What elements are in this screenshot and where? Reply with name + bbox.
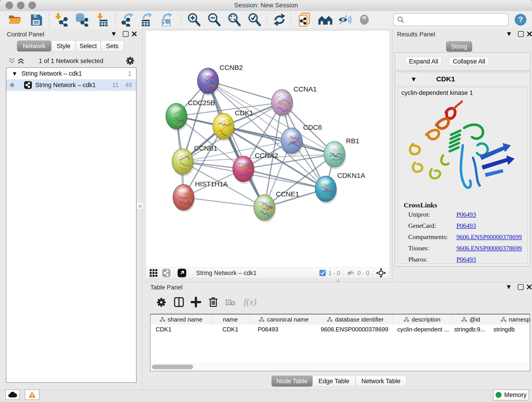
table-cell[interactable]: P06493 [249, 325, 318, 334]
apply-layout-button[interactable] [271, 13, 288, 27]
detach-view-button[interactable] [177, 268, 186, 278]
node-CCNB2[interactable]: CCNB2 [197, 64, 243, 96]
table-options-gear-icon[interactable] [156, 297, 166, 307]
protein-description: cyclin-dependent kinase 1 [401, 89, 473, 96]
network-canvas[interactable]: CCNB2CCNA1CDC25BCDK1CDC6RB1CCNB1CCNA2CDK… [146, 31, 390, 268]
node-HIST1H1A[interactable]: HIST1H1A [173, 180, 228, 212]
tab-network[interactable]: Network [17, 41, 51, 51]
table-panel-close-button[interactable] [526, 284, 532, 290]
tab-network-table[interactable]: Network Table [355, 376, 406, 387]
collapse-all-button[interactable]: Collapse All [449, 57, 489, 66]
network-from-document-button[interactable] [296, 13, 313, 27]
search-icon [397, 16, 405, 24]
table-cell[interactable]: stringdb:9... [451, 325, 490, 334]
protein-section-header[interactable]: ▼ CDK1 [396, 73, 530, 86]
crosslink-value-link[interactable]: P06493 [456, 222, 476, 230]
section-collapse-caret[interactable]: ▼ [412, 76, 416, 82]
table-horizontal-scrollbar[interactable] [151, 364, 529, 370]
results-panel-menu-button[interactable]: ▼ [507, 31, 511, 37]
crosslink-value-link[interactable]: P06493 [456, 256, 476, 263]
column-header-description[interactable]: description [393, 314, 451, 325]
create-column-icon[interactable] [191, 297, 201, 307]
open-session-button[interactable] [6, 13, 24, 27]
control-panel-close-button[interactable] [132, 31, 137, 37]
tab-style[interactable]: Style [51, 41, 76, 51]
results-panel-close-button[interactable] [527, 31, 532, 37]
tab-string[interactable]: String [446, 41, 472, 52]
export-network-button[interactable] [119, 13, 137, 27]
zoom-fit-button[interactable] [225, 13, 243, 27]
scrollbar-thumb[interactable] [152, 365, 193, 369]
import-table-button[interactable] [94, 13, 111, 27]
network-graph[interactable]: CCNB2CCNA1CDC25BCDK1CDC6RB1CCNB1CCNA2CDK… [146, 31, 390, 268]
crosslinks-title: CrossLinks [404, 201, 437, 209]
network-collection-row[interactable]: ▼ String Network – cdk1 1 [6, 68, 136, 79]
column-header-label: shared name [168, 316, 203, 323]
first-neighbors-button[interactable] [317, 13, 334, 27]
tab-select[interactable]: Select [76, 41, 101, 51]
control-panel: Control Panel ▼ Network Style Select Set… [0, 29, 142, 390]
control-panel-menu-button[interactable]: ▼ [112, 31, 116, 37]
table-cell[interactable]: 9606.ENSP00000378699 [318, 325, 393, 334]
column-header-database-identifier[interactable]: database identifier [318, 314, 393, 325]
column-header--id[interactable]: @id [451, 314, 490, 325]
table-cell[interactable]: CDK1 [211, 325, 249, 334]
network-row-selected[interactable]: String Network – cdk1 11 48 [6, 79, 136, 91]
network-options-gear-icon[interactable] [126, 56, 135, 65]
results-panel-float-button[interactable] [518, 31, 524, 37]
zoom-out-button[interactable] [205, 13, 223, 27]
table-panel-float-button[interactable] [518, 284, 524, 290]
import-network-from-database-button[interactable] [73, 13, 91, 27]
search-input[interactable] [407, 14, 508, 25]
column-header-shared-name[interactable]: shared name [151, 314, 211, 325]
crosslink-row: Uniprot:P06493 [408, 211, 523, 218]
tab-sets[interactable]: Sets [101, 41, 124, 51]
memory-button[interactable]: Memory [493, 389, 529, 400]
save-session-button[interactable] [27, 13, 45, 27]
edge-CCNB2-CCNE1[interactable] [208, 81, 264, 207]
selected-checkbox-icon[interactable] [319, 269, 326, 276]
crosslink-value-link[interactable]: 9606.ENSP00000378699 [456, 245, 522, 252]
table-panel: Table Panel ▼ [146, 282, 532, 390]
network-edge-count: 48 [125, 82, 132, 89]
show-columns-icon[interactable] [174, 297, 184, 307]
table-cell[interactable]: cyclin-dependent ... [393, 325, 451, 334]
table-cell[interactable]: CDK1 [151, 325, 211, 334]
import-network-button[interactable] [53, 13, 70, 27]
node-label-HIST1H1A: HIST1H1A [195, 180, 228, 188]
tab-node-table[interactable]: Node Table [272, 376, 312, 387]
grid-view-icon[interactable] [149, 269, 158, 277]
node-CDC25B[interactable]: CDC25B [166, 99, 215, 131]
node-CDC6[interactable]: CDC6 [281, 123, 322, 156]
left-splitter-handle[interactable] [137, 203, 143, 209]
show-all-button[interactable] [355, 13, 373, 27]
crosslink-value-link[interactable]: 9606.ENSP00000378699 [456, 233, 522, 241]
collection-expand-caret[interactable]: ▼ [13, 71, 16, 76]
edge-HIST1H1A-CCNE1[interactable] [184, 197, 264, 207]
birdseye-navigator-icon[interactable] [376, 268, 386, 278]
delete-column-icon[interactable] [208, 296, 219, 307]
column-header-namespace[interactable]: namespace [490, 314, 530, 325]
network-badge-gray-icon[interactable] [162, 269, 171, 277]
column-header-canonical-name[interactable]: canonical name [249, 314, 318, 325]
node-CCNE1[interactable]: CCNE1 [254, 190, 299, 222]
help-button[interactable]: ? [513, 13, 528, 27]
expand-all-button[interactable]: Expand All [405, 57, 442, 66]
column-header-name[interactable]: name [211, 314, 249, 325]
warnings-button[interactable] [25, 389, 39, 400]
table-panel-menu-button[interactable]: ▼ [507, 284, 511, 290]
export-table-button[interactable] [138, 13, 155, 27]
hide-selected-button[interactable] [336, 13, 354, 27]
export-image-button[interactable] [158, 13, 176, 27]
node-CDKN1A[interactable]: CDKN1A [315, 172, 365, 204]
crosslink-value-link[interactable]: P06493 [456, 211, 476, 218]
cloud-status-button[interactable] [5, 389, 20, 400]
zoom-selected-button[interactable] [246, 13, 263, 27]
tab-edge-table[interactable]: Edge Table [312, 376, 355, 387]
node-CCNA1[interactable]: CCNA1 [272, 85, 317, 117]
node-RB1[interactable]: RB1 [324, 137, 359, 169]
table-cell[interactable]: stringdb [490, 325, 530, 334]
crosslinks-list: Uniprot:P06493GeneCard:P06493Compartment… [408, 211, 523, 267]
zoom-in-button[interactable] [185, 13, 203, 27]
control-panel-float-button[interactable] [123, 31, 128, 37]
